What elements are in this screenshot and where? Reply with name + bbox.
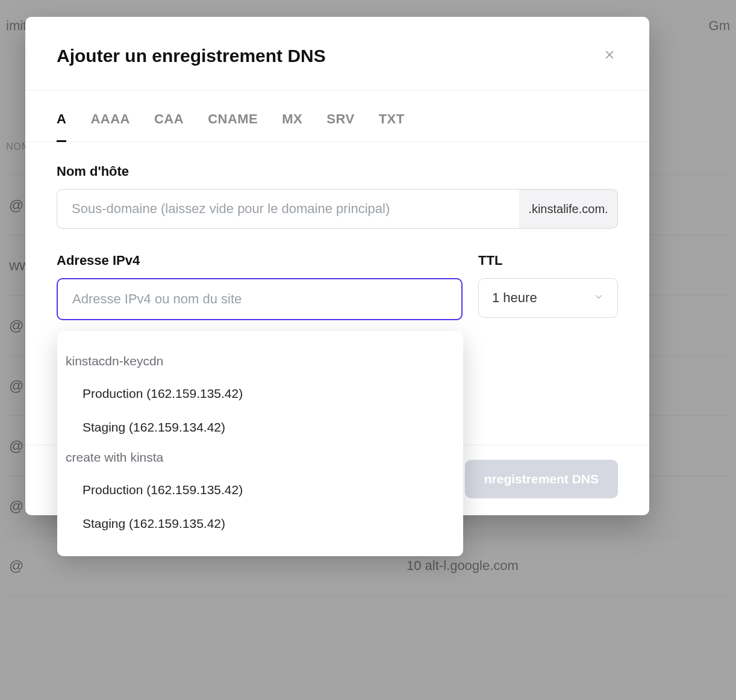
ipv4-label: Adresse IPv4 (57, 253, 463, 268)
modal-header: Ajouter un enregistrement DNS (25, 17, 649, 91)
record-type-tabs: A AAAA CAA CNAME MX SRV TXT (25, 91, 649, 142)
domain-suffix: .kinstalife.com. (519, 189, 618, 229)
ttl-label: TTL (478, 253, 618, 268)
dropdown-group-title: create with kinsta (57, 444, 463, 473)
modal-title: Ajouter un enregistrement DNS (57, 46, 326, 66)
tab-caa[interactable]: CAA (154, 111, 184, 141)
dropdown-item[interactable]: Production (162.159.135.42) (57, 473, 463, 507)
dropdown-item[interactable]: Staging (162.159.134.42) (57, 410, 463, 444)
hostname-label: Nom d'hôte (57, 164, 618, 179)
ttl-select[interactable]: 1 heure (478, 278, 618, 318)
tab-a[interactable]: A (57, 111, 66, 142)
ipv4-autocomplete-dropdown: kinstacdn-keycdn Production (162.159.135… (57, 331, 463, 556)
tab-txt[interactable]: TXT (379, 111, 405, 141)
form-body: Nom d'hôte .kinstalife.com. Adresse IPv4… (25, 142, 649, 320)
dropdown-group-title: kinstacdn-keycdn (57, 348, 463, 377)
tab-mx[interactable]: MX (282, 111, 302, 141)
tab-srv[interactable]: SRV (326, 111, 354, 141)
ttl-selected-value: 1 heure (492, 290, 537, 306)
tab-aaaa[interactable]: AAAA (90, 111, 130, 141)
dropdown-item[interactable]: Production (162.159.135.42) (57, 377, 463, 410)
close-icon (603, 49, 616, 63)
close-button[interactable] (601, 48, 618, 64)
chevron-down-icon (593, 290, 604, 306)
ipv4-input[interactable] (57, 278, 463, 320)
dropdown-item[interactable]: Staging (162.159.135.42) (57, 507, 463, 540)
submit-button[interactable]: nregistrement DNS (465, 460, 618, 498)
hostname-input[interactable] (57, 189, 519, 229)
tab-cname[interactable]: CNAME (208, 111, 258, 141)
hostname-group: .kinstalife.com. (57, 189, 618, 229)
